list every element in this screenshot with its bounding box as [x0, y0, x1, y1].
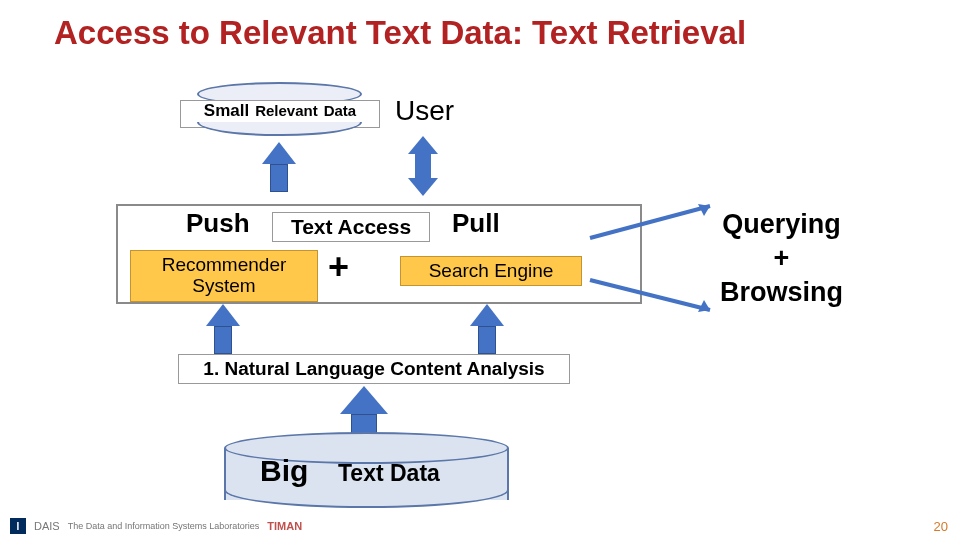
big-label: Big [260, 454, 308, 488]
small-data-cylinder-bottom [197, 122, 362, 136]
browsing-label: Browsing [720, 276, 843, 310]
relevant-label: Relevant [255, 102, 318, 119]
nlca-box: 1. Natural Language Content Analysis [178, 354, 570, 384]
arrow-diag-down [590, 276, 730, 320]
arrow-up-left [262, 142, 296, 192]
page-number: 20 [934, 519, 948, 534]
lab-label: The Data and Information Systems Laborat… [68, 521, 260, 531]
footer-logos: I DAIS The Data and Information Systems … [10, 518, 302, 534]
recommender-l1: Recommender [162, 255, 287, 276]
big-cylinder-bottom [224, 490, 509, 508]
timan-label: TIMAN [267, 520, 302, 532]
arrow-up-search [470, 304, 504, 354]
data-label: Data [324, 102, 357, 119]
arrow-diag-up [590, 200, 730, 244]
recommender-l2: System [192, 276, 255, 297]
pull-label: Pull [452, 208, 500, 239]
arrow-double-user [408, 136, 438, 196]
svg-line-2 [590, 280, 710, 310]
slide-title: Access to Relevant Text Data: Text Retri… [54, 14, 746, 52]
dais-label: DAIS [34, 520, 60, 532]
small-label: Small [204, 101, 249, 121]
recommender-system-box: Recommender System [130, 250, 318, 302]
text-data-label: Text Data [338, 460, 440, 487]
plus-middle: + [328, 246, 349, 288]
push-label: Push [186, 208, 250, 239]
illinois-logo-icon: I [10, 518, 26, 534]
text-access-box: Text Access [272, 212, 430, 242]
side-plus: + [720, 242, 843, 276]
svg-line-0 [590, 206, 710, 238]
arrow-up-recommender [206, 304, 240, 354]
querying-label: Querying [720, 208, 843, 242]
slide-root: Access to Relevant Text Data: Text Retri… [0, 0, 960, 540]
search-engine-box: Search Engine [400, 256, 582, 286]
user-label: User [395, 95, 454, 127]
side-text-block: Querying + Browsing [720, 208, 843, 309]
